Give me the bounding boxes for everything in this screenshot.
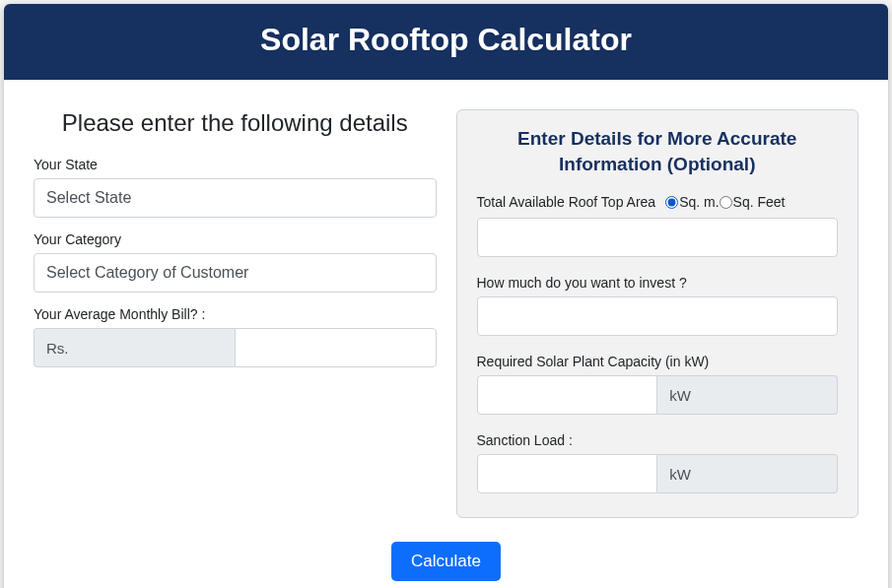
unit-sqm-option[interactable]: Sq. m. [665, 194, 719, 210]
category-label: Your Category [34, 231, 437, 247]
sanction-input[interactable] [477, 454, 658, 493]
header: Solar Rooftop Calculator [4, 4, 888, 80]
unit-sqft-option[interactable]: Sq. Feet [720, 194, 786, 210]
capacity-unit-suffix: kW [657, 375, 838, 415]
bill-currency-prefix: Rs. [34, 328, 235, 367]
sanction-group: Sanction Load : kW [477, 432, 839, 493]
state-group: Your State Select State [34, 157, 437, 218]
optional-panel-title: Enter Details for More Accurate Informat… [477, 126, 839, 176]
state-select[interactable]: Select State [34, 178, 437, 218]
invest-group: How much do you want to invest ? [477, 275, 839, 336]
capacity-input-group: kW [477, 375, 839, 415]
category-select-placeholder: Select Category of Customer [46, 264, 248, 282]
bill-label: Your Average Monthly Bill? [34, 306, 437, 322]
form-body: Please enter the following details Your … [4, 80, 888, 528]
capacity-input[interactable] [477, 375, 658, 415]
bill-group: Your Average Monthly Bill? Rs. [34, 306, 437, 367]
state-label: Your State [34, 157, 437, 172]
calculate-button[interactable]: Calculate [391, 542, 501, 581]
sanction-unit-suffix: kW [657, 454, 838, 493]
required-details-section: Please enter the following details Your … [34, 109, 437, 518]
roof-area-label-row: Total Available Roof Top Area Sq. m. Sq.… [477, 194, 839, 210]
footer: Calculate [4, 528, 888, 588]
bill-input-group: Rs. [34, 328, 437, 367]
unit-sqm-radio[interactable] [665, 196, 678, 209]
unit-sqm-label: Sq. m. [679, 194, 719, 210]
invest-input[interactable] [477, 296, 839, 336]
required-section-title: Please enter the following details [34, 109, 437, 137]
capacity-label: Required Solar Plant Capacity (in kW) [477, 354, 839, 369]
unit-sqft-label: Sq. Feet [733, 194, 786, 210]
optional-details-section: Enter Details for More Accurate Informat… [456, 109, 859, 518]
category-select[interactable]: Select Category of Customer [34, 253, 437, 293]
optional-panel: Enter Details for More Accurate Informat… [456, 109, 859, 518]
sanction-input-group: kW [477, 454, 839, 493]
category-group: Your Category Select Category of Custome… [34, 231, 437, 293]
capacity-group: Required Solar Plant Capacity (in kW) kW [477, 354, 839, 415]
calculator-card: Solar Rooftop Calculator Please enter th… [4, 4, 888, 588]
bill-input[interactable] [235, 328, 437, 367]
roof-area-label: Total Available Roof Top Area [477, 194, 656, 210]
sanction-label: Sanction Load : [477, 432, 839, 448]
roof-area-group: Total Available Roof Top Area Sq. m. Sq.… [477, 194, 839, 257]
state-select-placeholder: Select State [46, 189, 131, 207]
unit-sqft-radio[interactable] [720, 196, 732, 209]
invest-label: How much do you want to invest ? [477, 275, 839, 291]
roof-area-input[interactable] [477, 218, 839, 257]
page-title: Solar Rooftop Calculator [14, 22, 878, 58]
